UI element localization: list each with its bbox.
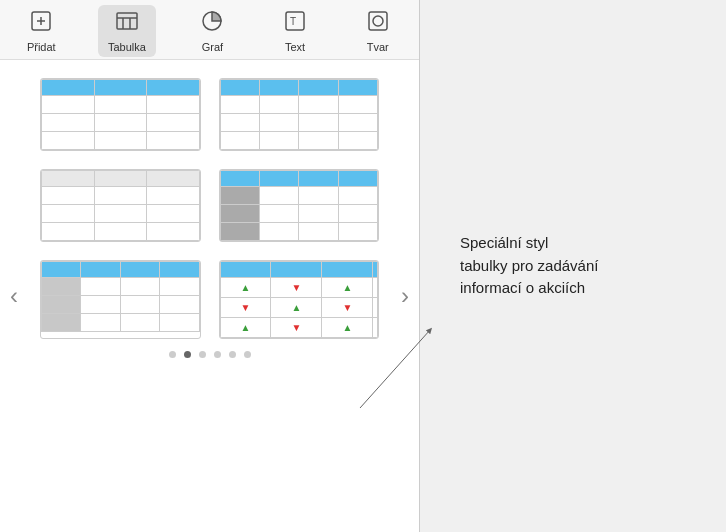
right-panel: Speciální styl tabulky pro zadávání info… — [420, 0, 726, 532]
svg-rect-10 — [369, 12, 387, 30]
toolbar-graf-label: Graf — [202, 41, 223, 53]
template-5[interactable] — [40, 260, 201, 339]
toolbar-tvar[interactable]: Tvar — [352, 5, 404, 57]
toolbar-pridat[interactable]: Přidat — [15, 5, 67, 57]
dot-4[interactable] — [214, 351, 221, 358]
table-icon — [115, 9, 139, 39]
arrow-up-icon: ▲ — [291, 302, 301, 313]
toolbar: Přidat Tabulka Graf — [0, 0, 419, 60]
template-table-3 — [41, 170, 200, 241]
arrow-up-icon: ▲ — [241, 322, 251, 333]
left-panel: Přidat Tabulka Graf — [0, 0, 420, 532]
dot-2[interactable] — [184, 351, 191, 358]
text-icon: T — [283, 9, 307, 39]
template-1[interactable] — [40, 78, 201, 151]
arrow-up-icon: ▲ — [241, 282, 251, 293]
template-table-5 — [41, 261, 200, 332]
template-4[interactable] — [219, 169, 380, 242]
arrow-down-icon: ▼ — [241, 302, 251, 313]
toolbar-text[interactable]: T Text — [269, 5, 321, 57]
nav-left-arrow[interactable]: ‹ — [6, 278, 22, 314]
template-table-1 — [41, 79, 200, 150]
dot-3[interactable] — [199, 351, 206, 358]
arrow-down-icon: ▼ — [291, 282, 301, 293]
template-table-2 — [220, 79, 379, 150]
dot-5[interactable] — [229, 351, 236, 358]
template-6[interactable]: ▲ ▼ ▲ ▼ ▲ ▼ ▲ ▼ ▲ — [219, 260, 380, 339]
template-2[interactable] — [219, 78, 380, 151]
callout-text: Speciální styl tabulky pro zadávání info… — [460, 232, 598, 300]
toolbar-graf[interactable]: Graf — [186, 5, 238, 57]
toolbar-tabulka[interactable]: Tabulka — [98, 5, 156, 57]
add-icon — [29, 9, 53, 39]
arrow-down-icon: ▼ — [342, 302, 352, 313]
templates-grid: ▲ ▼ ▲ ▼ ▲ ▼ ▲ ▼ ▲ — [10, 78, 409, 339]
toolbar-tvar-label: Tvar — [367, 41, 389, 53]
content-area: ‹ › — [0, 60, 419, 532]
toolbar-text-label: Text — [285, 41, 305, 53]
svg-rect-3 — [117, 13, 137, 29]
arrow-up-icon: ▲ — [342, 282, 352, 293]
toolbar-tabulka-label: Tabulka — [108, 41, 146, 53]
chart-icon — [200, 9, 224, 39]
toolbar-pridat-label: Přidat — [27, 41, 56, 53]
page-dots — [169, 339, 251, 364]
svg-text:T: T — [290, 16, 296, 27]
shape-icon — [366, 9, 390, 39]
stock-table: ▲ ▼ ▲ ▼ ▲ ▼ ▲ ▼ ▲ — [220, 261, 379, 338]
dot-1[interactable] — [169, 351, 176, 358]
arrow-up-icon: ▲ — [342, 322, 352, 333]
arrow-down-icon: ▼ — [291, 322, 301, 333]
nav-right-arrow[interactable]: › — [397, 278, 413, 314]
template-table-4 — [220, 170, 379, 241]
dot-6[interactable] — [244, 351, 251, 358]
template-3[interactable] — [40, 169, 201, 242]
svg-point-11 — [373, 16, 383, 26]
